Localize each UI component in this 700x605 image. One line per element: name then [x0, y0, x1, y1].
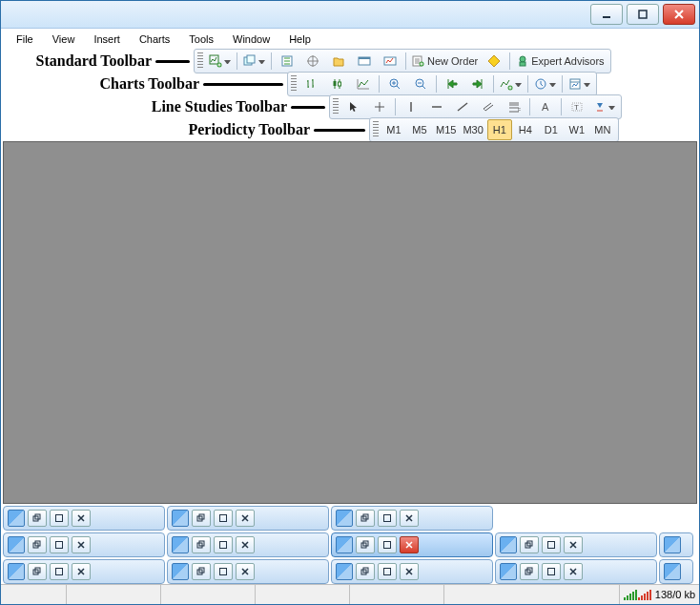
menu-window[interactable]: Window: [223, 31, 279, 48]
close-chart-button[interactable]: [400, 510, 419, 527]
close-chart-button[interactable]: [400, 536, 419, 553]
close-chart-button[interactable]: [236, 563, 255, 580]
minimized-chart-window[interactable]: [331, 506, 493, 531]
menu-file[interactable]: File: [7, 31, 43, 48]
close-chart-button[interactable]: [236, 510, 255, 527]
period-h4[interactable]: H4: [513, 119, 538, 140]
close-button[interactable]: [663, 4, 695, 25]
line-chart-button[interactable]: [351, 73, 376, 94]
maximize-button[interactable]: [214, 563, 233, 580]
minimized-chart-window[interactable]: [3, 506, 165, 531]
maximize-button[interactable]: [378, 563, 397, 580]
fibonacci-button[interactable]: F: [502, 96, 526, 117]
period-m5[interactable]: M5: [407, 119, 432, 140]
indicators-button[interactable]: [497, 73, 525, 94]
close-chart-button[interactable]: [236, 536, 255, 553]
vertical-line-button[interactable]: [399, 96, 423, 117]
period-w1[interactable]: W1: [565, 119, 589, 140]
restore-button[interactable]: [356, 510, 375, 527]
minimized-chart-window[interactable]: [3, 532, 165, 557]
minimized-chart-window[interactable]: [167, 532, 329, 557]
connection-status[interactable]: 138/0 kb: [620, 585, 699, 604]
menu-insert[interactable]: Insert: [84, 31, 130, 48]
minimized-chart-window[interactable]: [167, 506, 329, 531]
close-chart-button[interactable]: [72, 563, 91, 580]
maximize-button[interactable]: [378, 510, 397, 527]
maximize-button[interactable]: [50, 536, 69, 553]
menu-view[interactable]: View: [43, 31, 85, 48]
navigator-button[interactable]: [326, 51, 351, 72]
toolbar-grip[interactable]: [291, 75, 297, 93]
cursor-button[interactable]: [341, 96, 366, 117]
maximize-button[interactable]: [378, 536, 397, 553]
restore-button[interactable]: [192, 536, 211, 553]
new-chart-button[interactable]: [206, 51, 234, 72]
period-m30[interactable]: M30: [460, 119, 485, 140]
horizontal-line-button[interactable]: [424, 96, 449, 117]
minimize-button[interactable]: [590, 4, 623, 25]
period-mn[interactable]: MN: [590, 119, 615, 140]
maximize-button[interactable]: [214, 510, 233, 527]
minimized-chart-window[interactable]: [167, 559, 329, 584]
trendline-button[interactable]: [450, 96, 475, 117]
close-chart-button[interactable]: [564, 563, 583, 580]
maximize-button[interactable]: [627, 4, 659, 25]
auto-scroll-button[interactable]: [440, 73, 464, 94]
restore-button[interactable]: [28, 563, 47, 580]
metaquotes-button[interactable]: [482, 51, 506, 72]
minimized-chart-window[interactable]: [659, 559, 693, 584]
strategy-tester-button[interactable]: [378, 51, 402, 72]
equidistant-button[interactable]: [476, 96, 501, 117]
expert-advisors-button[interactable]: Expert Advisors: [513, 51, 607, 72]
toolbar-grip[interactable]: [373, 121, 379, 138]
minimized-chart-window[interactable]: [495, 559, 657, 584]
period-m1[interactable]: M1: [381, 119, 406, 140]
toolbar-grip[interactable]: [333, 98, 339, 115]
minimized-chart-window[interactable]: [331, 532, 493, 557]
text-button[interactable]: A: [533, 96, 558, 117]
minimized-chart-window[interactable]: [495, 532, 657, 557]
menu-tools[interactable]: Tools: [179, 31, 223, 48]
maximize-button[interactable]: [214, 536, 233, 553]
data-window-button[interactable]: [300, 51, 325, 72]
maximize-button[interactable]: [50, 510, 69, 527]
toolbar-grip[interactable]: [197, 52, 203, 70]
close-chart-button[interactable]: [72, 510, 91, 527]
restore-button[interactable]: [192, 510, 211, 527]
restore-button[interactable]: [520, 563, 539, 580]
restore-button[interactable]: [520, 536, 539, 553]
close-chart-button[interactable]: [72, 536, 91, 553]
arrows-button[interactable]: [590, 96, 618, 117]
restore-button[interactable]: [28, 536, 47, 553]
text-label-button[interactable]: T: [565, 96, 589, 117]
new-order-button[interactable]: New Order: [409, 51, 481, 72]
periodicity-button[interactable]: [531, 73, 559, 94]
candlestick-button[interactable]: [325, 73, 350, 94]
bar-chart-button[interactable]: [299, 73, 324, 94]
close-chart-button[interactable]: [400, 563, 419, 580]
minimized-chart-window[interactable]: [659, 532, 693, 557]
period-m15[interactable]: M15: [433, 119, 459, 140]
chart-shift-button[interactable]: [465, 73, 490, 94]
menu-help[interactable]: Help: [279, 31, 320, 48]
mdi-workspace[interactable]: [3, 141, 697, 504]
crosshair-button[interactable]: [367, 96, 392, 117]
market-watch-button[interactable]: [275, 51, 299, 72]
period-h1[interactable]: H1: [487, 119, 512, 140]
zoom-in-button[interactable]: [382, 73, 407, 94]
minimized-chart-window[interactable]: [331, 559, 493, 584]
close-chart-button[interactable]: [564, 536, 583, 553]
restore-button[interactable]: [356, 563, 375, 580]
period-d1[interactable]: D1: [539, 119, 564, 140]
restore-button[interactable]: [356, 536, 375, 553]
terminal-button[interactable]: [352, 51, 377, 72]
maximize-button[interactable]: [542, 563, 561, 580]
minimized-chart-window[interactable]: [3, 559, 165, 584]
restore-button[interactable]: [28, 510, 47, 527]
restore-button[interactable]: [192, 563, 211, 580]
profiles-button[interactable]: [240, 51, 268, 72]
maximize-button[interactable]: [542, 536, 561, 553]
zoom-out-button[interactable]: [408, 73, 433, 94]
maximize-button[interactable]: [50, 563, 69, 580]
templates-button[interactable]: [566, 73, 593, 94]
